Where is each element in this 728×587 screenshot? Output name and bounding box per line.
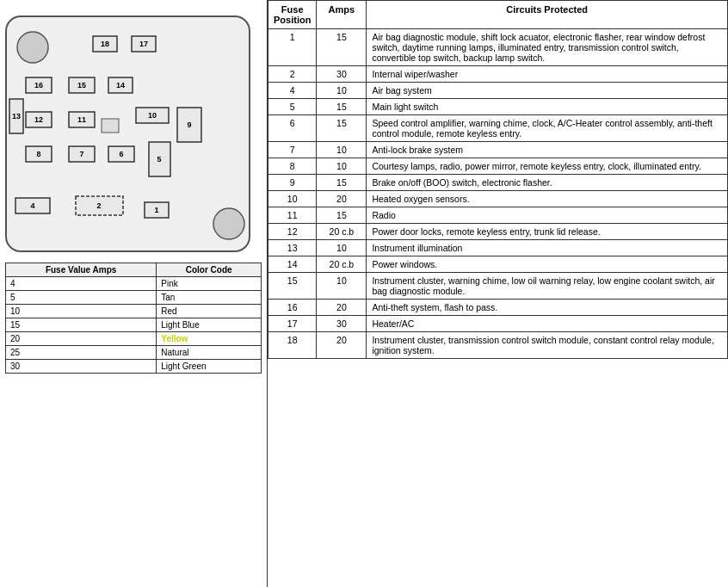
legend-header-amps: Fuse Value Amps <box>6 263 157 277</box>
header-position: FusePosition <box>268 1 317 29</box>
svg-text:5: 5 <box>157 155 161 164</box>
fuse-position: 16 <box>268 300 317 316</box>
fuse-circuits: Internal wiper/washer <box>367 66 728 83</box>
header-circuits: Circuits Protected <box>367 1 728 29</box>
fuse-table: FusePosition Amps Circuits Protected 115… <box>268 0 728 359</box>
legend-color: Red <box>157 305 262 318</box>
table-row: 810Courtesy lamps, radio, power mirror, … <box>268 158 728 175</box>
fuse-circuits: Brake on/off (BOO) switch, electronic fl… <box>367 175 728 191</box>
svg-rect-22 <box>102 119 119 133</box>
svg-text:2: 2 <box>96 201 101 210</box>
svg-text:7: 7 <box>79 150 83 158</box>
header-amps: Amps <box>317 1 367 29</box>
fuse-position: 9 <box>268 175 317 191</box>
table-row: 1220 c.bPower door locks, remote keyless… <box>268 224 728 240</box>
legend-color: Natural <box>157 346 262 360</box>
fuse-amps: 15 <box>317 99 367 115</box>
legend-amps: 4 <box>6 277 157 291</box>
fuse-position: 5 <box>268 99 317 115</box>
fuse-amps: 10 <box>317 142 367 158</box>
legend-header-color: Color Code <box>157 263 262 277</box>
table-row: 615Speed control amplifier, warning chim… <box>268 115 728 142</box>
fuse-circuits: Power windows. <box>367 256 728 273</box>
fuse-amps: 10 <box>317 240 367 256</box>
fuse-circuits: Main light switch <box>367 99 728 115</box>
fuse-circuits: Anti-lock brake system <box>367 142 728 158</box>
fuse-circuits: Heated oxygen sensors. <box>367 191 728 207</box>
fuse-amps: 20 <box>317 191 367 207</box>
svg-text:10: 10 <box>148 111 157 120</box>
table-row: 1310Instrument illumination <box>268 240 728 256</box>
legend-amps: 20 <box>6 332 157 346</box>
fuse-circuits: Instrument cluster, warning chime, low o… <box>367 273 728 300</box>
fuse-position: 6 <box>268 115 317 142</box>
fuse-circuits: Instrument cluster, transmission control… <box>367 332 728 359</box>
fuse-position: 4 <box>268 83 317 99</box>
fuse-amps: 15 <box>317 29 367 66</box>
fuse-position: 17 <box>268 316 317 332</box>
fuse-amps: 30 <box>317 316 367 332</box>
table-row: 515Main light switch <box>268 99 728 115</box>
svg-text:12: 12 <box>34 115 43 124</box>
fuse-circuits: Power door locks, remote keyless entry, … <box>367 224 728 240</box>
fuse-circuits: Air bag system <box>367 83 728 99</box>
fuse-circuits: Radio <box>367 207 728 224</box>
svg-text:15: 15 <box>77 81 86 90</box>
table-row: 915Brake on/off (BOO) switch, electronic… <box>268 175 728 191</box>
fuse-amps: 15 <box>317 115 367 142</box>
fuse-amps: 20 c.b <box>317 224 367 240</box>
fuse-position: 12 <box>268 224 317 240</box>
fuse-amps: 15 <box>317 175 367 191</box>
fuse-box-diagram: 18 17 16 15 14 13 12 11 10 <box>5 15 250 252</box>
fuse-amps: 10 <box>317 273 367 300</box>
table-row: 230Internal wiper/washer <box>268 66 728 83</box>
svg-point-0 <box>17 32 48 63</box>
left-panel: 18 17 16 15 14 13 12 11 10 <box>0 0 267 587</box>
right-panel: FusePosition Amps Circuits Protected 115… <box>267 0 728 587</box>
legend-color: Tan <box>157 291 262 305</box>
legend-color: Light Green <box>157 360 262 374</box>
fuse-amps: 10 <box>317 158 367 175</box>
fuse-circuits: Courtesy lamps, radio, power mirror, rem… <box>367 158 728 175</box>
fuse-position: 2 <box>268 66 317 83</box>
fuse-position: 1 <box>268 29 317 66</box>
fuse-circuits: Heater/AC <box>367 316 728 332</box>
table-row: 1730Heater/AC <box>268 316 728 332</box>
fuse-position: 8 <box>268 158 317 175</box>
table-row: 1620Anti-theft system, flash to pass. <box>268 300 728 316</box>
svg-text:16: 16 <box>34 81 43 90</box>
fuse-circuits: Instrument illumination <box>367 240 728 256</box>
svg-text:4: 4 <box>30 201 34 210</box>
fuse-amps: 20 c.b <box>317 256 367 273</box>
svg-text:17: 17 <box>139 40 148 48</box>
fuse-amps: 10 <box>317 83 367 99</box>
legend-amps: 5 <box>6 291 157 305</box>
svg-text:8: 8 <box>36 150 40 158</box>
svg-text:6: 6 <box>119 150 123 158</box>
legend-color: Pink <box>157 277 262 291</box>
fuse-position: 10 <box>268 191 317 207</box>
legend-amps: 15 <box>6 318 157 332</box>
table-row: 1510Instrument cluster, warning chime, l… <box>268 273 728 300</box>
fuse-amps: 20 <box>317 300 367 316</box>
table-row: 115Air bag diagnostic module, shift lock… <box>268 29 728 66</box>
legend-color: Light Blue <box>157 318 262 332</box>
table-row: 1820Instrument cluster, transmission con… <box>268 332 728 359</box>
fuse-position: 13 <box>268 240 317 256</box>
table-row: 1115Radio <box>268 207 728 224</box>
svg-text:14: 14 <box>116 81 125 90</box>
fuse-amps: 30 <box>317 66 367 83</box>
fuse-circuits: Air bag diagnostic module, shift lock ac… <box>367 29 728 66</box>
svg-text:11: 11 <box>77 115 86 124</box>
legend-amps: 30 <box>6 360 157 374</box>
fuse-position: 15 <box>268 273 317 300</box>
fuse-circuits: Speed control amplifier, warning chime, … <box>367 115 728 142</box>
table-row: 410Air bag system <box>268 83 728 99</box>
legend-amps: 10 <box>6 305 157 318</box>
svg-point-1 <box>213 208 244 239</box>
fuse-position: 7 <box>268 142 317 158</box>
legend-table: Fuse Value Amps Color Code 4Pink5Tan10Re… <box>5 263 262 374</box>
fuse-diagram-svg: 18 17 16 15 14 13 12 11 10 <box>7 17 252 254</box>
fuse-position: 11 <box>268 207 317 224</box>
fuse-position: 18 <box>268 332 317 359</box>
